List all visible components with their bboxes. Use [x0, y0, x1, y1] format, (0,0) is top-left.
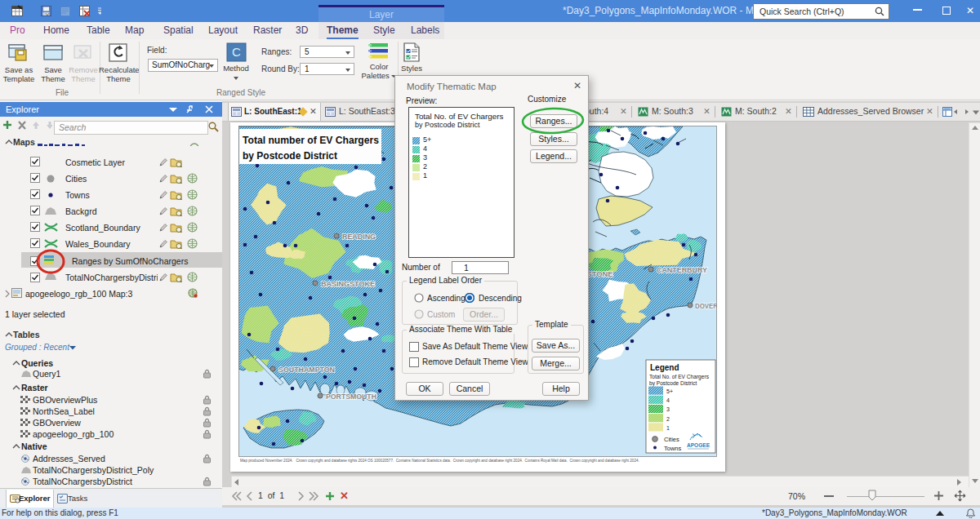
svg-text:by Postcode District: by Postcode District	[649, 380, 697, 387]
svg-text:Towns: Towns	[664, 445, 682, 452]
svg-text:READING: READING	[342, 232, 376, 241]
svg-text:C: C	[232, 45, 241, 59]
svg-text:STONE: STONE	[587, 269, 613, 278]
svg-text:4: 4	[666, 397, 670, 403]
svg-text:5+: 5+	[666, 388, 673, 394]
svg-text:CANTERBURY: CANTERBURY	[657, 265, 708, 274]
svg-text:Legend: Legend	[650, 363, 679, 372]
svg-text:Cities: Cities	[664, 436, 679, 443]
svg-text:DOVER: DOVER	[695, 301, 717, 310]
svg-text:1: 1	[666, 425, 670, 431]
svg-text:BASINGSTOKE: BASINGSTOKE	[321, 279, 375, 288]
svg-text:Total number of EV Chargers: Total number of EV Chargers	[243, 134, 379, 146]
svg-text:2: 2	[666, 416, 670, 422]
svg-text:PORTSMOUTH: PORTSMOUTH	[326, 392, 376, 401]
svg-text:SOUTHAMPTON: SOUTHAMPTON	[278, 365, 335, 374]
svg-text:APOGEE: APOGEE	[687, 441, 710, 449]
svg-text:by Postcode District: by Postcode District	[243, 149, 338, 162]
svg-text:3: 3	[666, 406, 670, 412]
